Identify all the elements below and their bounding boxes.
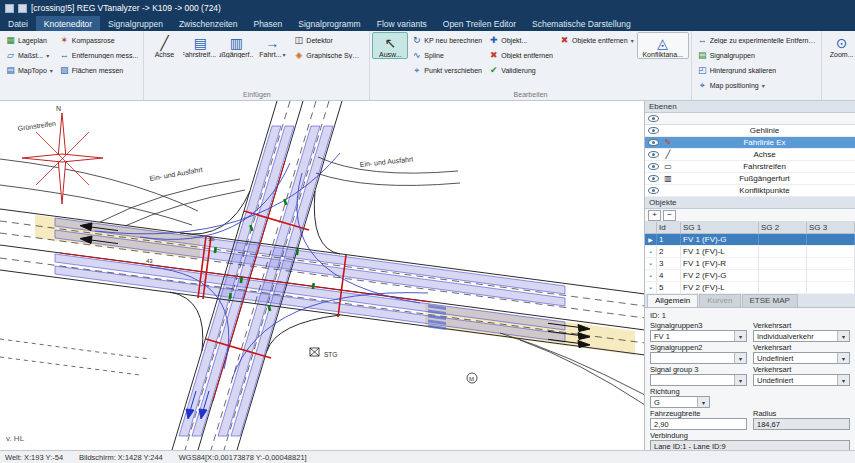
layer-row-fahrlinie-ex[interactable]: ✎ Fahrlinie Ex	[645, 137, 855, 149]
spline-icon: ∿	[411, 50, 422, 61]
entfernungen-messen-button[interactable]: ↔Entfernungen mess...	[56, 48, 142, 63]
objekte-entfernen-button[interactable]: ✖Objekte entfernen	[556, 33, 637, 48]
ribbon: ▦Lageplan ▱Maßst... ▤MapTopo ✶Kompassros…	[0, 31, 855, 101]
quick-access-icon[interactable]	[18, 4, 27, 13]
signalgruppe2-select[interactable]	[650, 352, 747, 364]
signalgruppe1-select[interactable]: FV 1	[650, 330, 747, 342]
tab-signalprogramm[interactable]: Signalprogramm	[290, 16, 368, 31]
object-id: 1	[657, 234, 681, 245]
tab-phasen[interactable]: Phasen	[245, 16, 290, 31]
zoom-icon: ⊙	[836, 35, 848, 51]
graphische-symbole-button[interactable]: ◈Graphische Symb...	[290, 48, 367, 63]
verkehrsart1-select[interactable]: Individualverkehr	[753, 330, 850, 342]
spline-button[interactable]: ∿Spline	[408, 48, 485, 63]
eye-icon[interactable]	[648, 127, 659, 134]
tab-flow-variants[interactable]: Flow variants	[369, 16, 435, 31]
drawing-canvas[interactable]: N Grünstreifen Ein- und Ausfahrt Ein- un…	[0, 101, 644, 450]
add-object-button[interactable]: +	[648, 210, 661, 221]
kp-neu-berechnen-button[interactable]: ↻KP neu berechnen	[408, 33, 485, 48]
layer-row-achse[interactable]: ╱ Achse	[645, 149, 855, 161]
eye-icon[interactable]	[648, 163, 659, 170]
signalgruppen-button[interactable]: ▤Signalgruppen	[694, 48, 819, 63]
eye-icon[interactable]	[648, 151, 659, 158]
layer-row-fahrstreifen[interactable]: ▭ Fahrstreifen	[645, 161, 855, 173]
validierung-button[interactable]: ✔Validierung	[485, 63, 556, 78]
fahrzeugbreite-input[interactable]: 2,90	[650, 418, 747, 430]
object-row[interactable]: ▶ 1 FV 1 (FV)-G	[645, 234, 855, 246]
object-row[interactable]: ▪ 2 FV 1 (FV)-L	[645, 246, 855, 258]
fahrt-button[interactable]: →Fahrt...	[254, 32, 290, 59]
fahrzeugbreite-value: 2,90	[654, 420, 669, 429]
tab-open-treilen-editor[interactable]: Open Treilen Editor	[435, 16, 524, 31]
tab-datei[interactable]: Datei	[0, 16, 36, 31]
layer-row-konfliktpunkte[interactable]: Konfliktpunkte	[645, 185, 855, 197]
properties-tabs: Allgemein Kurven ETSE MAP	[645, 294, 855, 308]
map-positioning-button[interactable]: ⌖Map positioning	[694, 78, 819, 93]
row-marker-icon: ▪	[645, 258, 657, 269]
row-marker-icon: ▪	[645, 282, 657, 293]
hintergrund-skalieren-button[interactable]: ◰Hintergrund skalieren	[694, 63, 819, 78]
object-sg3	[807, 258, 855, 269]
objects-toolbar: + −	[645, 209, 855, 222]
conflict-icon: ◬	[657, 35, 668, 51]
object-sg3	[807, 282, 855, 293]
verkehrsart3-select[interactable]: Undefiniert	[753, 374, 850, 386]
tab-etse-map[interactable]: ETSE MAP	[742, 294, 798, 307]
objekt-entfernen-button[interactable]: ✖Objekt entfernen	[485, 48, 556, 63]
fahrt-label: Fahrt...	[259, 51, 285, 58]
richtung-select[interactable]: G	[650, 396, 710, 408]
auswahl-button[interactable]: ↖Ausw...	[372, 32, 408, 59]
check-icon: ✔	[488, 65, 499, 76]
eye-icon[interactable]	[648, 175, 659, 182]
object-sg1: FV 1 (FV)-G	[681, 234, 759, 245]
object-sg1: FV 1 (FV)-L	[681, 246, 759, 257]
eye-icon[interactable]	[648, 187, 659, 194]
objects-table-header: Id SG 1 SG 2 SG 3	[645, 222, 855, 234]
object-row[interactable]: ▪ 3 FV 1 (FV)-R	[645, 258, 855, 270]
app-icon	[5, 4, 14, 13]
tab-schematische-darstellung[interactable]: Schematische Darstellung	[524, 16, 639, 31]
fahrstreifen-button[interactable]: ▤Fahrstreif...	[182, 32, 218, 59]
fussgaengerfurt-button[interactable]: ▥Fußgängerf...	[218, 32, 254, 59]
tab-zwischenzeiten[interactable]: Zwischenzeiten	[171, 16, 246, 31]
massstab-button[interactable]: ▱Maßst...	[2, 48, 56, 63]
intersection-drawing[interactable]: N Grünstreifen Ein- und Ausfahrt Ein- un…	[0, 101, 644, 450]
layer-label: Konfliktpunkte	[677, 186, 852, 195]
flaechen-messen-button[interactable]: ▧Flächen messen	[56, 63, 142, 78]
tab-allgemein[interactable]: Allgemein	[647, 294, 698, 307]
layer-row-gehlinie[interactable]: Gehlinie	[645, 125, 855, 137]
verkehrsart2-select[interactable]: Undefiniert	[753, 352, 850, 364]
massstab-icon: ▱	[5, 50, 16, 61]
validierung-label: Validierung	[501, 67, 536, 74]
lageplan-button[interactable]: ▦Lageplan	[2, 33, 56, 48]
object-sg2	[759, 246, 807, 257]
object-row[interactable]: ▪ 4 FV 2 (FV)-G	[645, 270, 855, 282]
row-marker-icon: ▪	[645, 270, 657, 281]
detektor-button[interactable]: ◫Detektor	[290, 33, 367, 48]
stg-label: STG	[324, 351, 337, 358]
maptopo-button[interactable]: ▤MapTopo	[2, 63, 56, 78]
layer-row-fussgaengerfurt[interactable]: ▥ Fußgängerfurt	[645, 173, 855, 185]
konfliktanalyse-button[interactable]: ◬Konfliktana...	[637, 32, 689, 59]
eye-icon[interactable]	[648, 139, 659, 146]
punkt-verschieben-button[interactable]: ⌖Punkt verschieben	[408, 63, 485, 78]
tab-signalgruppen[interactable]: Signalgruppen	[100, 16, 171, 31]
maptopo-label: MapTopo	[18, 67, 47, 74]
verbindung-text: Lane ID:1 - Lane ID:9	[654, 442, 726, 451]
zeige-entfernung-button[interactable]: ↔Zeige zu experimentelle Entfernung...	[694, 33, 819, 48]
achse-button[interactable]: ╱Achse	[146, 32, 182, 59]
object-row[interactable]: ▪ 5 FV 2 (FV)-L	[645, 282, 855, 294]
tab-knoteneditor[interactable]: Knoteneditor	[36, 16, 100, 31]
kompassrose-button[interactable]: ✶Kompassrose	[56, 33, 142, 48]
objekt-hinzufuegen-button[interactable]: ✚Objekt...	[485, 33, 556, 48]
zoom-button[interactable]: ⊙Zoom...	[824, 32, 855, 59]
tab-kurven[interactable]: Kurven	[699, 294, 740, 307]
add-object-icon: ✚	[488, 35, 499, 46]
detektor-label: Detektor	[306, 37, 332, 44]
remove-object-button[interactable]: −	[663, 210, 676, 221]
signalgruppe3-select[interactable]	[650, 374, 747, 386]
eye-icon[interactable]	[648, 115, 659, 122]
status-wgs84: WGS84[X:0,00173878 Y:-0,00048821]	[179, 453, 307, 462]
map-positioning-label: Map positioning	[710, 82, 759, 89]
lageplan-icon: ▦	[5, 35, 16, 46]
